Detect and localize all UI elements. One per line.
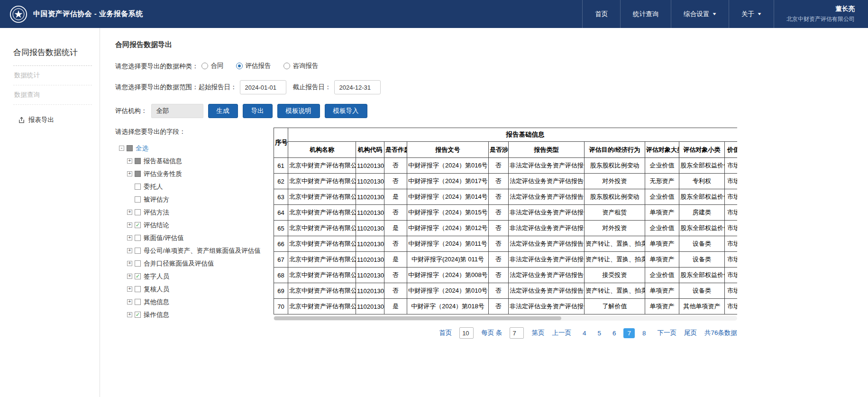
- table-cell: 法定评估业务资产评估报告: [509, 236, 585, 252]
- org-select[interactable]: 全部: [151, 104, 203, 118]
- expand-toggle-icon[interactable]: +: [127, 312, 132, 317]
- sidebar-item-report-export[interactable]: 报表导出: [13, 111, 92, 129]
- tree-item-label[interactable]: 评估业务性质: [144, 170, 182, 178]
- user-block[interactable]: 董长亮 北京中财资产评估有限公司: [774, 0, 868, 28]
- radio-consulting-report[interactable]: 咨询报告: [283, 62, 319, 70]
- table-row[interactable]: 66北京中财资产评估有限公司11020130否中财评报字（2024）第011号否…: [274, 236, 738, 252]
- start-date-input[interactable]: [240, 80, 286, 94]
- table-row[interactable]: 64北京中财资产评估有限公司11020130否中财评报字（2024）第015号否…: [274, 205, 738, 221]
- sidebar-item-data-query[interactable]: 数据查询: [13, 85, 92, 105]
- expand-toggle-icon[interactable]: +: [127, 235, 132, 240]
- table-row[interactable]: 68北京中财资产评估有限公司11020130否中财评报字（2024）第008号否…: [274, 268, 738, 283]
- tree-item-label[interactable]: 账面值/评估值: [144, 234, 184, 242]
- checkbox-unchecked[interactable]: [135, 209, 141, 215]
- table-cell: 否: [489, 174, 509, 189]
- table-row[interactable]: 67北京中财资产评估有限公司11020130是中财评报字(2024)第 011号…: [274, 252, 738, 268]
- table-horizontal-scrollbar[interactable]: [274, 316, 737, 321]
- table-cell: 了解价值: [585, 299, 645, 314]
- table-row[interactable]: 69北京中财资产评估有限公司11020130否中财评报字（2024）第010号否…: [274, 283, 738, 299]
- page-button-7[interactable]: 7: [623, 328, 635, 338]
- checkbox-unchecked[interactable]: [135, 196, 141, 203]
- tree-item-label[interactable]: 评估方法: [144, 208, 169, 217]
- tree-item-label[interactable]: 评估结论: [144, 221, 169, 230]
- checkbox-unchecked[interactable]: [135, 184, 141, 190]
- checkbox-partial[interactable]: [127, 145, 133, 151]
- tree-item-label[interactable]: 被评估方: [144, 195, 169, 204]
- expand-toggle-icon[interactable]: +: [127, 171, 132, 176]
- page-button-8[interactable]: 8: [639, 328, 650, 338]
- table-row[interactable]: 61北京中财资产评估有限公司11020130否中财评报字（2024）第016号否…: [274, 158, 738, 174]
- table-cell: 对外投资: [585, 174, 645, 189]
- nav-settings[interactable]: 综合设置▼: [671, 0, 729, 28]
- nav-stats-query[interactable]: 统计查询: [620, 0, 671, 28]
- tree-item-label[interactable]: 操作信息: [144, 311, 169, 319]
- tree-item-label[interactable]: 其他信息: [144, 298, 169, 306]
- expand-toggle-icon[interactable]: +: [127, 222, 132, 228]
- checkbox-unchecked[interactable]: [135, 286, 141, 292]
- tree-item-label[interactable]: 报告基础信息: [144, 157, 182, 166]
- page-number-input[interactable]: [510, 327, 524, 339]
- checkbox-partial[interactable]: [135, 158, 141, 164]
- tree-item-label[interactable]: 全选: [136, 144, 148, 153]
- page-title: 合同报告数据导出: [115, 40, 868, 49]
- page-button-5[interactable]: 5: [594, 328, 605, 338]
- table-cell: 11020130: [356, 283, 384, 299]
- org-filter-row: 评估机构： 全部 生成导出模板说明模板导入: [115, 104, 868, 118]
- tree-item-label[interactable]: 母公司/单项资产、资产组账面值及评估值: [144, 247, 261, 255]
- field-tree: -全选+报告基础信息+评估业务性质+委托人+被评估方+评估方法+✓评估结论+账面…: [115, 142, 274, 321]
- pagination-last[interactable]: 尾页: [684, 329, 697, 337]
- generate-button[interactable]: 生成: [208, 104, 238, 118]
- radio-contract[interactable]: 合同: [201, 62, 224, 70]
- tree-item: +评估业务性质: [119, 167, 274, 180]
- checkbox-unchecked[interactable]: [135, 248, 141, 254]
- nav-home[interactable]: 首页: [582, 0, 620, 28]
- checkbox-checked[interactable]: ✓: [135, 273, 141, 279]
- table-row[interactable]: 63北京中财资产评估有限公司11020130是中财评报字（2024）第014号否…: [274, 189, 738, 205]
- collapse-toggle-icon[interactable]: -: [119, 146, 124, 151]
- per-page-input[interactable]: [459, 327, 474, 339]
- end-date-input[interactable]: [334, 80, 381, 94]
- expand-toggle-icon[interactable]: +: [127, 158, 132, 164]
- table-cell: 否: [489, 221, 509, 236]
- tree-item-label[interactable]: 复核人员: [144, 285, 169, 294]
- page-button-6[interactable]: 6: [609, 328, 620, 338]
- pagination: 首页每页 条第页上一页45678下一页尾页共76条数据: [274, 327, 737, 339]
- expand-toggle-icon[interactable]: +: [127, 274, 132, 279]
- checkbox-unchecked[interactable]: [135, 299, 141, 305]
- table-cell: 专利权: [679, 174, 725, 189]
- column-header: 报告文号: [407, 142, 489, 158]
- checkbox-unchecked[interactable]: [135, 235, 141, 241]
- page-button-4[interactable]: 4: [579, 328, 590, 338]
- radio-appraisal-report[interactable]: 评估报告: [236, 62, 271, 70]
- pagination-next[interactable]: 下一页: [657, 329, 676, 337]
- pagination-prev[interactable]: 上一页: [552, 329, 571, 337]
- sidebar-item-data-stats[interactable]: 数据统计: [13, 66, 92, 85]
- row-number: 66: [274, 236, 288, 252]
- table-cell: 企业价值: [645, 221, 679, 236]
- expand-toggle-icon[interactable]: +: [127, 299, 132, 305]
- tree-item-label[interactable]: 签字人员: [144, 272, 169, 281]
- pagination-first[interactable]: 首页: [439, 329, 452, 337]
- table-cell: 资产转让、置换、拍卖: [585, 252, 645, 268]
- tree-item-label[interactable]: 委托人: [144, 183, 163, 191]
- scrollbar-thumb[interactable]: [274, 316, 561, 320]
- template-help-button[interactable]: 模板说明: [277, 104, 320, 118]
- expand-toggle-icon[interactable]: +: [127, 248, 132, 253]
- checkbox-checked[interactable]: ✓: [135, 312, 141, 318]
- checkbox-partial[interactable]: [135, 171, 141, 177]
- table-row[interactable]: 62北京中财资产评估有限公司11020130否中财评报字（2024）第017号否…: [274, 174, 738, 189]
- column-header: 是否涉密: [489, 142, 509, 158]
- checkbox-unchecked[interactable]: [135, 260, 141, 267]
- action-buttons: 生成导出模板说明模板导入: [203, 104, 367, 118]
- expand-toggle-icon[interactable]: +: [127, 261, 132, 266]
- table-row[interactable]: 65北京中财资产评估有限公司11020130是中财评报字（2024）第012号否…: [274, 221, 738, 236]
- expand-toggle-icon[interactable]: +: [127, 210, 132, 215]
- sidebar-item-label: 报表导出: [28, 116, 54, 124]
- expand-toggle-icon[interactable]: +: [127, 286, 132, 292]
- checkbox-checked[interactable]: ✓: [135, 222, 141, 228]
- export-button[interactable]: 导出: [243, 104, 273, 118]
- nav-about[interactable]: 关于▼: [729, 0, 774, 28]
- template-import-button[interactable]: 模板导入: [325, 104, 367, 118]
- table-row[interactable]: 70北京中财资产评估有限公司11020130是中财评字（2024）第018号否非…: [274, 299, 738, 314]
- tree-item-label[interactable]: 合并口径账面值及评估值: [144, 259, 214, 268]
